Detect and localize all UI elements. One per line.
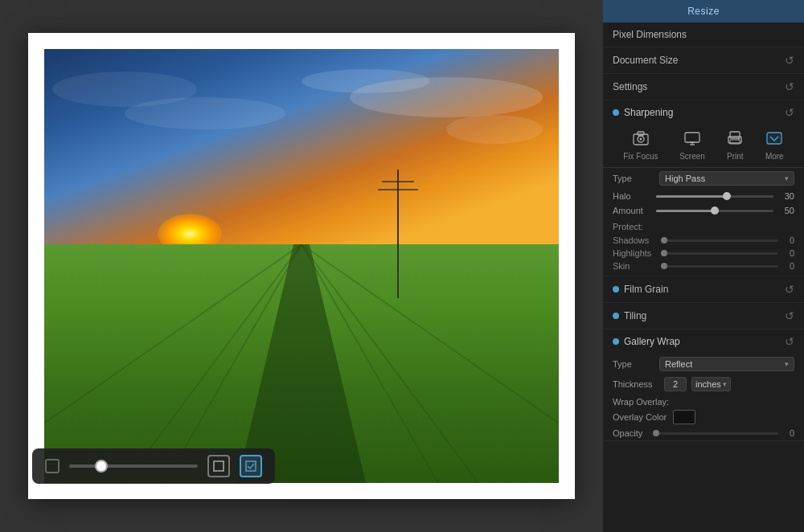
panel-header: Resize	[603, 0, 804, 23]
svg-point-20	[639, 138, 642, 141]
unit-chevron: ▾	[723, 380, 727, 388]
highlights-label: Highlights	[613, 248, 659, 258]
pixel-dimensions-label: Pixel Dimensions	[613, 29, 687, 40]
amount-row: Amount 50	[603, 203, 804, 218]
amount-label: Amount	[613, 206, 651, 215]
screen-label: Screen	[679, 152, 705, 161]
gallery-wrap-type-value: Reflect	[665, 359, 692, 369]
highlights-value: 0	[783, 248, 794, 258]
gallery-wrap-reset-icon[interactable]: ↺	[785, 335, 794, 348]
svg-rect-15	[214, 461, 224, 471]
gallery-wrap-type-chevron: ▾	[785, 360, 789, 368]
overlay-color-swatch[interactable]	[673, 410, 695, 424]
sharpening-section: Sharpening ↺ Fix Focus	[603, 100, 804, 276]
settings-reset-icon[interactable]: ↺	[785, 80, 794, 93]
document-size-section[interactable]: Document Size ↺	[603, 47, 804, 74]
tiling-reset-icon[interactable]: ↺	[785, 309, 794, 322]
sharpening-type-chevron: ▾	[785, 174, 789, 182]
svg-rect-19	[638, 132, 644, 135]
amount-value: 50	[778, 206, 794, 215]
more-label: More	[765, 152, 784, 161]
gallery-wrap-title: Gallery Wrap	[624, 336, 680, 347]
sharpening-type-row: Type High Pass ▾	[603, 168, 804, 189]
film-grain-section[interactable]: Film Grain ↺	[603, 276, 804, 303]
overlay-color-label: Overlay Color	[613, 412, 667, 422]
protect-label: Protect:	[603, 218, 804, 234]
wrap-overlay-label: Wrap Overlay:	[603, 394, 804, 408]
gallery-wrap-section: Gallery Wrap ↺ Type Reflect ▾ Thickness …	[603, 329, 804, 441]
skin-label: Skin	[613, 261, 659, 271]
toolbar-checkbox[interactable]	[45, 459, 59, 473]
shadows-label: Shadows	[613, 235, 659, 245]
shadows-row: Shadows 0	[603, 234, 804, 247]
sharpening-type-value: High Pass	[665, 174, 705, 183]
panel-title: Resize	[687, 6, 720, 17]
screen-button[interactable]: Screen	[679, 131, 705, 161]
pixel-dimensions-section[interactable]: Pixel Dimensions	[603, 23, 804, 47]
amount-slider[interactable]	[656, 210, 773, 212]
skin-row: Skin 0	[603, 260, 804, 276]
photo-frame	[28, 33, 575, 499]
photo-image	[44, 49, 559, 483]
print-label: Print	[727, 152, 744, 161]
sharpening-title: Sharpening	[624, 107, 673, 118]
halo-slider[interactable]	[656, 195, 773, 198]
skin-value: 0	[783, 261, 794, 271]
halo-value: 30	[778, 191, 794, 201]
fix-focus-icon	[632, 131, 650, 149]
halo-row: Halo 30	[603, 189, 804, 203]
more-button[interactable]: More	[765, 131, 784, 161]
screen-icon	[683, 131, 701, 149]
unit-value: inches	[695, 379, 721, 389]
sharpening-type-label: Type	[613, 174, 654, 183]
bottom-toolbar	[32, 448, 275, 484]
gallery-wrap-type-label: Type	[613, 359, 654, 369]
sharpening-header[interactable]: Sharpening ↺	[603, 100, 804, 125]
frame-icon[interactable]	[207, 455, 230, 477]
gallery-wrap-dot	[613, 338, 619, 345]
halo-label: Halo	[613, 191, 651, 201]
gallery-wrap-type-select[interactable]: Reflect ▾	[659, 357, 794, 371]
tiling-section[interactable]: Tiling ↺	[603, 303, 804, 329]
more-icon	[765, 131, 783, 149]
settings-section[interactable]: Settings ↺	[603, 74, 804, 100]
print-icon	[726, 131, 744, 149]
canvas-area	[0, 0, 603, 532]
print-button[interactable]: Print	[726, 131, 744, 161]
tiling-dot	[613, 313, 619, 319]
opacity-slider[interactable]	[656, 432, 778, 435]
svg-rect-21	[685, 133, 699, 142]
highlights-slider[interactable]	[664, 252, 778, 255]
check-icon[interactable]	[240, 455, 262, 477]
document-size-reset-icon[interactable]: ↺	[785, 54, 794, 67]
sharpening-type-select[interactable]: High Pass ▾	[659, 171, 794, 186]
opacity-row: Opacity 0	[603, 426, 804, 440]
fix-focus-button[interactable]: Fix Focus	[623, 131, 658, 161]
svg-point-28	[738, 138, 740, 140]
overlay-color-row: Overlay Color	[603, 408, 804, 426]
tiling-label: Tiling	[624, 310, 646, 321]
film-grain-dot	[613, 286, 619, 293]
svg-rect-29	[767, 133, 781, 144]
svg-rect-25	[730, 132, 740, 138]
svg-marker-0	[237, 244, 366, 483]
document-size-label: Document Size	[613, 55, 678, 66]
panel-scroll[interactable]: Pixel Dimensions Document Size ↺ Setting…	[603, 23, 804, 532]
opacity-label: Opacity	[613, 428, 651, 438]
film-grain-reset-icon[interactable]: ↺	[785, 283, 794, 296]
shadows-value: 0	[783, 235, 794, 245]
film-grain-label: Film Grain	[624, 284, 668, 295]
opacity-value: 0	[783, 428, 794, 438]
zoom-slider[interactable]	[69, 464, 198, 468]
thickness-value-field[interactable]: 2	[664, 377, 687, 391]
highlights-row: Highlights 0	[603, 247, 804, 260]
shadows-slider[interactable]	[664, 239, 778, 242]
sharpening-active-dot	[613, 109, 619, 116]
sharpening-reset-icon[interactable]: ↺	[785, 106, 794, 119]
skin-slider[interactable]	[664, 265, 778, 268]
gallery-wrap-header[interactable]: Gallery Wrap ↺	[603, 329, 804, 354]
sharpening-icons-row: Fix Focus Screen	[603, 125, 804, 168]
gallery-wrap-type-row: Type Reflect ▾	[603, 354, 804, 374]
unit-select[interactable]: inches ▾	[691, 377, 731, 391]
settings-label: Settings	[613, 81, 647, 92]
